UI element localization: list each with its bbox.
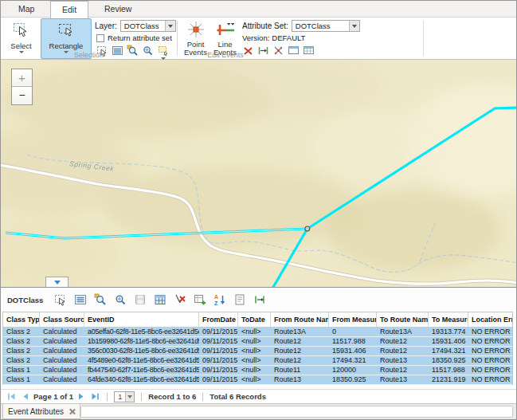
attribute-set-dropdown-value: DOTClass xyxy=(292,22,349,30)
return-attribute-set-field[interactable]: Return attribute set xyxy=(96,33,172,42)
return-attribute-set-label: Return attribute set xyxy=(108,33,172,42)
table-cell: 11517.988 xyxy=(429,366,468,375)
tab-edit[interactable]: Edit xyxy=(50,1,88,18)
table-cell: Class 2 xyxy=(3,337,40,346)
table-cell: Route11 xyxy=(271,366,329,375)
offset-measure-icon[interactable] xyxy=(253,292,267,307)
table-cell: 17494.321 xyxy=(329,356,377,365)
return-attribute-set-checkbox[interactable] xyxy=(96,34,104,42)
chevron-down-icon xyxy=(168,25,173,28)
column-header-from-measure[interactable]: From Measure xyxy=(329,312,377,327)
line-events-icon xyxy=(215,21,236,38)
table-cell: NO ERROR xyxy=(468,375,512,384)
table-cell: 09/11/2015 xyxy=(199,366,238,375)
open-table-icon[interactable] xyxy=(153,292,167,307)
panel-window-icon[interactable] xyxy=(288,45,300,57)
save-icon[interactable] xyxy=(133,292,147,307)
attribute-set-dropdown-button[interactable] xyxy=(349,21,359,31)
version-field: Version: DEFAULT xyxy=(242,33,305,42)
identify-form-icon[interactable] xyxy=(233,292,247,307)
column-header-to-route-name[interactable]: To Route Name xyxy=(377,312,429,327)
previous-page-button[interactable] xyxy=(21,391,29,402)
table-row[interactable]: Class 1Calculatedfb447540-62f7-11e5-8bc6… xyxy=(3,366,512,375)
table-cell: Calculated xyxy=(40,328,84,336)
ribbon-separator xyxy=(423,21,424,56)
table-cell: Route12 xyxy=(271,356,329,365)
svg-text:Z: Z xyxy=(214,300,218,306)
split-event-icon[interactable] xyxy=(272,45,284,57)
table-row[interactable]: Class 2Calculated1b159980-62f8-11e5-8bc6… xyxy=(3,337,512,347)
table-row[interactable]: Class 2Calculated4f5489e0-62f8-11e5-8bc6… xyxy=(3,356,512,366)
tab-event-attributes[interactable]: Event Attributes xyxy=(2,404,80,419)
table-cell: 19313.774 xyxy=(429,328,468,336)
next-page-button[interactable] xyxy=(77,391,86,402)
table-window-icon[interactable] xyxy=(303,45,315,57)
event-attributes-tab-label: Event Attributes xyxy=(8,407,64,416)
zoom-in-button[interactable]: + xyxy=(12,69,32,87)
column-header-to-measure[interactable]: To Measure xyxy=(429,312,468,327)
zoom-to-selected-icon[interactable] xyxy=(93,292,108,307)
table-cell: 4f5489e0-62f8-11e5-8bc6-ee32641d5ec9 xyxy=(84,356,199,365)
delete-events-icon[interactable] xyxy=(173,292,187,307)
table-cell: 18350.925 xyxy=(429,356,468,365)
panel-title: DOTClass xyxy=(7,296,43,304)
chevron-down-icon xyxy=(127,395,132,398)
table-cell: 21231.919 xyxy=(429,375,468,384)
page-selector-button[interactable] xyxy=(125,392,134,402)
select-events-icon[interactable] xyxy=(53,292,68,307)
record-range-label: Record 1 to 6 xyxy=(148,392,196,401)
table-cell: 09/11/2015 xyxy=(199,328,238,336)
column-header-eventid[interactable]: EventID xyxy=(84,312,199,327)
close-icon[interactable] xyxy=(69,408,75,414)
pagination-bar: Page 1 of 1 1 Record 1 to 6 Total 6 Reco… xyxy=(1,389,516,403)
table-cell: <null> xyxy=(238,356,271,365)
append-events-icon[interactable] xyxy=(193,292,207,307)
attribute-set-dropdown[interactable]: DOTClass xyxy=(292,20,360,32)
table-row[interactable]: Class 1Calculated64fde340-62f8-11e5-8bc6… xyxy=(3,375,512,385)
column-header-class-type[interactable]: Class Type xyxy=(3,312,40,327)
zoom-control: + − xyxy=(11,69,33,105)
route-junction-marker[interactable] xyxy=(305,226,310,231)
table-row[interactable]: Class 2Calculated356c0030-62f8-11e5-8bc6… xyxy=(3,347,512,356)
table-cell: Class 2 xyxy=(3,347,40,355)
first-page-button[interactable] xyxy=(6,391,17,402)
pager-divider xyxy=(107,393,108,401)
table-cell: NO ERROR xyxy=(468,347,512,355)
table-row[interactable]: Class 2Calculateda05effa0-62f8-11e5-8bc6… xyxy=(3,328,512,337)
table-header: Class TypeClass SourceEventIDFromDateToD… xyxy=(3,312,512,328)
table-cell: Route12 xyxy=(271,337,329,346)
page-selector-value: 1 xyxy=(115,393,125,401)
attribute-list-icon[interactable] xyxy=(73,292,88,307)
zoom-out-button[interactable]: − xyxy=(12,87,32,104)
tab-review[interactable]: Review xyxy=(93,1,143,18)
select-tool-label: Select xyxy=(4,42,38,50)
column-header-fromdate[interactable]: FromDate xyxy=(199,312,238,327)
attribute-table: Class TypeClass SourceEventIDFromDateToD… xyxy=(2,312,513,385)
map-canvas[interactable]: Spring Creek + − xyxy=(1,60,516,287)
table-cell: 15931.406 xyxy=(429,337,468,346)
pan-to-selected-icon[interactable] xyxy=(113,292,127,307)
panel-collapse-button[interactable] xyxy=(45,277,69,287)
table-cell: 11517.988 xyxy=(329,337,377,346)
rectangle-select-icon xyxy=(57,21,76,40)
table-cell: Route13 xyxy=(377,375,429,384)
table-cell: Route13A xyxy=(271,328,329,336)
last-page-button[interactable] xyxy=(90,391,100,402)
table-cell: Route12 xyxy=(377,337,429,346)
tab-map[interactable]: Map xyxy=(7,1,45,18)
column-header-location-error[interactable]: Location Error xyxy=(468,312,512,327)
layer-dropdown[interactable]: DOTClass xyxy=(120,20,176,32)
table-cell: 09/11/2015 xyxy=(199,356,238,365)
layer-dropdown-button[interactable] xyxy=(165,21,175,31)
column-header-class-source[interactable]: Class Source xyxy=(40,312,84,327)
table-cell: Calculated xyxy=(40,375,84,384)
column-header-todate[interactable]: ToDate xyxy=(238,312,271,327)
sort-icon[interactable]: AZ xyxy=(213,292,227,307)
table-cell: NO ERROR xyxy=(468,337,512,346)
pager-divider xyxy=(202,393,203,401)
page-selector[interactable]: 1 xyxy=(114,391,135,402)
table-cell: <null> xyxy=(238,366,271,375)
table-cell: fb447540-62f7-11e5-8bc6-ee32641d5ec9 xyxy=(84,366,199,375)
column-header-from-route-name[interactable]: From Route Name xyxy=(271,312,329,327)
pager-divider xyxy=(141,393,142,401)
